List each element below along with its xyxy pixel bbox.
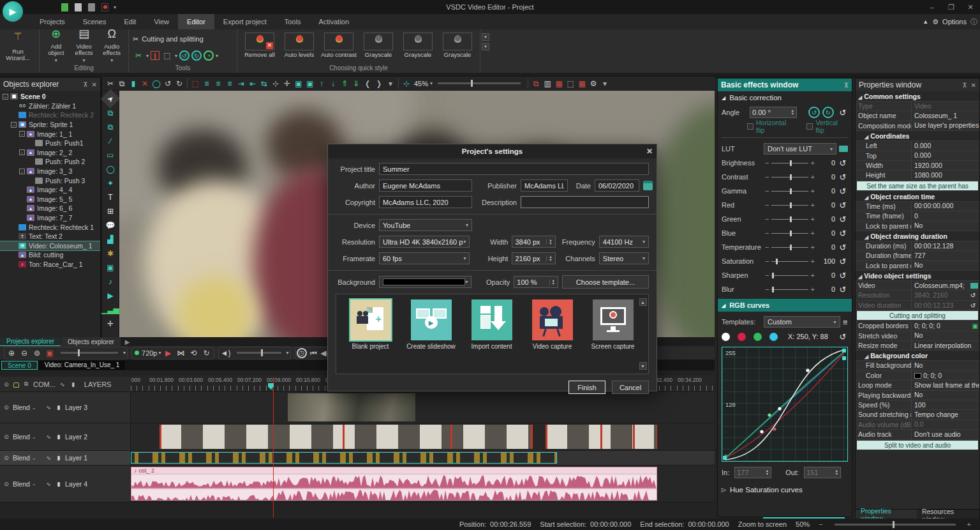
tree-item-0[interactable]: -▦Scene 0 <box>0 92 100 102</box>
cut-icon[interactable]: ✂ <box>105 78 116 89</box>
close-panel-icon[interactable]: ✕ <box>92 81 97 88</box>
gallery-scroll-up[interactable]: ▲ <box>639 298 647 306</box>
eye-icon[interactable]: ⊙ <box>3 381 10 388</box>
prop-row-6[interactable]: Top0.000 <box>856 151 979 161</box>
clip-color-icon[interactable]: ▮ <box>55 404 63 411</box>
tree-item-10[interactable]: ▲Image: 4_ 4 <box>0 185 100 195</box>
menu-export-project[interactable]: Export project <box>214 14 276 29</box>
prop-row-7[interactable]: Width1920.000 <box>856 161 979 170</box>
audio-tool-icon[interactable]: ♪ <box>103 275 117 288</box>
pin-icon[interactable]: ⊼ <box>83 81 87 88</box>
height-spinner[interactable]: 2160 px▲▼ <box>512 252 555 264</box>
slider-reset-icon[interactable]: ↺ <box>838 257 848 266</box>
crop-tool-icon[interactable]: ⬚ <box>161 50 173 61</box>
wave-icon[interactable]: ∿ <box>45 404 52 411</box>
fill-icon[interactable]: ▣ <box>304 78 316 89</box>
date-input[interactable] <box>595 179 639 192</box>
description-input[interactable] <box>521 196 649 208</box>
angle-spinner[interactable]: 0.00 ° ▲▼ <box>750 107 797 118</box>
clip-strip[interactable] <box>160 425 533 449</box>
wave-icon[interactable]: ∿ <box>59 381 66 388</box>
clip-icon[interactable]: ▮ <box>70 381 77 388</box>
slider-track[interactable]: −+ <box>765 201 815 209</box>
link-icon[interactable]: ⧉ <box>530 78 542 89</box>
prop-button-split-to-video-and-audio[interactable]: Split to video and audio <box>857 441 978 450</box>
channel-red-dot[interactable] <box>738 333 746 341</box>
menu-editor[interactable]: Editor <box>178 14 214 29</box>
move-up-icon[interactable]: ↑ <box>316 78 327 89</box>
statusbar-zoom-slider[interactable] <box>835 524 956 526</box>
move-down-icon[interactable]: ↓ <box>327 78 339 89</box>
channel-blue-dot[interactable] <box>769 333 778 341</box>
prop-row-23[interactable]: Cropped borders0; 0; 0; 0▣ <box>856 321 979 331</box>
tl-zoom-slider[interactable] <box>61 352 118 354</box>
wave-icon[interactable]: ∿ <box>45 454 52 462</box>
audio-effects-button[interactable]: Ω Audio effects▾ <box>99 31 124 64</box>
prop-row-28[interactable]: Color0; 0; 0 <box>856 371 979 381</box>
resolution-select[interactable]: Ultra HD 4K 3840x2160 pixels (16▾ <box>379 236 470 248</box>
rect-tool-icon[interactable]: ▭ <box>103 148 117 162</box>
prop-row-1[interactable]: TypeVideo <box>856 102 979 111</box>
lut-dropdown[interactable]: Don't use LUT▾ <box>764 143 836 155</box>
slider-track[interactable]: −+ <box>765 271 815 280</box>
clock-icon[interactable]: ◷ <box>297 348 307 358</box>
hand-icon[interactable]: ❬ <box>362 78 373 89</box>
layers2-icon[interactable]: ⧉ <box>103 120 117 133</box>
pin-icon[interactable]: ⊼ <box>962 82 967 89</box>
slider-reset-icon[interactable]: ↺ <box>838 243 848 252</box>
prop-row-25[interactable]: Resize modeLinear interpolation <box>856 341 979 351</box>
line-icon[interactable]: ∕ <box>103 134 117 148</box>
menu-activation[interactable]: Activation <box>309 14 358 29</box>
curve-list-icon[interactable]: ≣ <box>843 319 848 326</box>
prop-row-3[interactable]: Composition modeUse layer's properties <box>856 121 979 131</box>
align-left-icon[interactable]: ≡ <box>201 78 212 89</box>
tl-zoom-caret[interactable]: ▾ <box>123 350 126 356</box>
copyright-input[interactable] <box>379 196 472 208</box>
prop-row-11[interactable]: Time (ms)00:00:00.000 <box>856 202 979 211</box>
cutting-splitting-label[interactable]: Cutting and splitting <box>142 35 204 43</box>
align-center-icon[interactable]: ≡ <box>212 78 224 89</box>
slider-track[interactable]: −+ <box>765 229 815 238</box>
rgb-curves-graph[interactable]: 255 128 0 <box>722 347 848 462</box>
slider-thumb[interactable] <box>790 202 792 208</box>
lock-icon[interactable] <box>13 382 19 388</box>
bring-front-icon[interactable]: ⇑ <box>339 78 350 89</box>
marker-tool-icon[interactable]: ❙ <box>151 51 160 60</box>
tree-expander-icon[interactable]: - <box>19 131 25 137</box>
prop-row-29[interactable]: Loop modeShow last frame at the <box>856 381 979 390</box>
gallery-scroll-down[interactable]: ▼ <box>639 362 647 370</box>
prop-row-21[interactable]: Video duration00:00:12.123↺ <box>856 301 979 310</box>
choose-template-button[interactable]: Choose template... <box>562 275 649 289</box>
tree-item-14[interactable]: Rechteck: Rechteck 1 <box>0 222 100 232</box>
caret[interactable]: ▾ <box>385 78 396 89</box>
redo-icon[interactable]: ↻ <box>174 78 185 89</box>
slider-reset-icon[interactable]: ↺ <box>838 158 848 168</box>
paste-icon[interactable]: ▮ <box>128 78 139 89</box>
prop-row-8[interactable]: Height1080.000 <box>856 170 979 180</box>
tree-item-2[interactable]: Rechteck: Rechteck 2 <box>0 110 100 120</box>
prop-row-30[interactable]: Playing backwardsNo <box>856 391 979 400</box>
tl-tab-projects-explorer[interactable]: Projects explorer <box>0 337 61 346</box>
rotate-right-icon[interactable]: ↻ <box>822 107 834 118</box>
zoom-plus[interactable]: + <box>967 520 971 528</box>
tree-expander-icon[interactable]: - <box>11 122 17 128</box>
fit-icon[interactable]: ▣ <box>293 78 304 89</box>
zoom-to-screen-button[interactable]: Zoom to screen <box>738 520 787 528</box>
slider-track[interactable]: −+ <box>765 215 815 223</box>
playhead-line[interactable] <box>273 377 274 518</box>
slider-reset-icon[interactable]: ↺ <box>838 201 848 210</box>
prop-row-31[interactable]: Speed (%)100 <box>856 400 979 410</box>
chart-tool-icon[interactable]: ▟ <box>103 232 117 246</box>
delete-icon[interactable]: ✕ <box>139 78 151 89</box>
tl-tab-more[interactable]: ▶ <box>121 337 134 346</box>
zoom-out-icon[interactable]: ⊖ <box>19 347 30 359</box>
template-import-content[interactable]: Import content <box>461 299 522 350</box>
menu-tools[interactable]: Tools <box>276 14 310 29</box>
bounds-icon[interactable]: ⬚ <box>565 78 576 89</box>
play-icon[interactable]: ▶ <box>163 347 174 359</box>
canvas-zoom-caret[interactable]: ▾ <box>430 80 433 86</box>
quickstyle-2[interactable]: Auto contrast <box>320 33 357 58</box>
tree-expander-icon[interactable]: - <box>19 149 25 155</box>
template-create-slideshow[interactable]: ▶Create slideshow <box>401 299 461 350</box>
template-blank-project[interactable]: +Blank project <box>340 299 401 350</box>
